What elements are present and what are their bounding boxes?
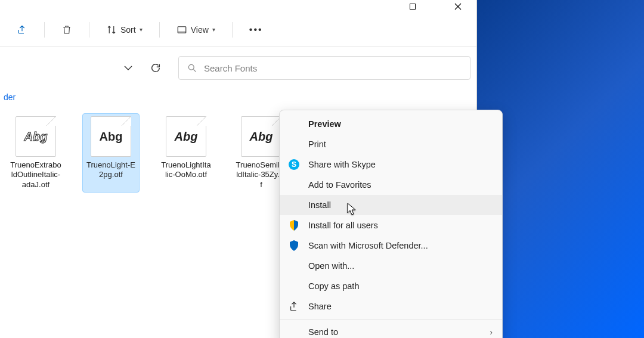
title-bar [0, 0, 476, 13]
sort-label: Sort [120, 25, 136, 35]
file-name: TruenoExtraboldOutlineItalic-adaJ.otf [10, 160, 61, 190]
ctx-label: Print [308, 139, 326, 149]
ctx-print[interactable]: Print [280, 134, 502, 154]
ctx-label: Copy as path [308, 281, 359, 291]
file-item[interactable]: Abg TruenoLightItalic-OoMo.otf [157, 113, 215, 193]
view-label: View [191, 25, 209, 35]
ctx-scan-defender[interactable]: Scan with Microsoft Defender... [280, 235, 502, 256]
ctx-open-with[interactable]: Open with... [280, 256, 502, 276]
font-thumbnail-icon: Abg [16, 116, 56, 157]
ctx-share-skype[interactable]: S Share with Skype [280, 154, 502, 175]
address-row: Search Fonts [0, 46, 476, 89]
ctx-share[interactable]: Share [280, 296, 502, 317]
svg-point-2 [188, 64, 194, 70]
sort-button[interactable]: Sort ▾ [100, 21, 148, 39]
share-icon [288, 300, 300, 312]
ctx-send-to[interactable]: Send to › [280, 319, 502, 338]
font-thumbnail-icon: Abg [241, 116, 281, 157]
file-item[interactable]: Abg TruenoExtraboldOutlineItalic-adaJ.ot… [7, 113, 64, 193]
skype-icon: S [288, 159, 300, 170]
ctx-label: Share [308, 302, 332, 311]
context-menu: Preview Print S Share with Skype Add to … [279, 110, 503, 338]
breadcrumb-segment[interactable]: der [4, 92, 16, 102]
shield-uac-icon [288, 219, 300, 231]
ctx-label: Open with... [308, 261, 354, 271]
mouse-cursor-icon [347, 203, 359, 218]
ctx-add-favorites[interactable]: Add to Favorites [280, 175, 502, 195]
close-button[interactable] [444, 0, 472, 13]
ctx-label: Share with Skype [308, 160, 376, 169]
chevron-right-icon: › [490, 327, 493, 337]
refresh-button[interactable] [147, 60, 164, 76]
file-name: TruenoLight-E2pg.otf [85, 160, 137, 180]
search-input[interactable]: Search Fonts [178, 56, 470, 80]
maximize-button[interactable] [399, 0, 426, 13]
more-button[interactable]: ••• [243, 21, 269, 39]
search-placeholder: Search Fonts [204, 63, 257, 73]
separator [89, 22, 89, 38]
file-name: TruenoLightItalic-OoMo.otf [160, 160, 212, 180]
ctx-label: Preview [308, 119, 341, 129]
history-dropdown-button[interactable] [120, 60, 137, 76]
share-button[interactable] [11, 21, 33, 39]
chevron-down-icon: ▾ [212, 26, 215, 33]
file-item[interactable]: Abg TruenoLight-E2pg.otf [82, 113, 140, 193]
command-bar: Sort ▾ View ▾ ••• [0, 13, 476, 46]
view-button[interactable]: View ▾ [171, 21, 221, 39]
breadcrumb: der [0, 89, 476, 107]
search-icon [187, 63, 197, 73]
ctx-preview[interactable]: Preview [280, 114, 502, 134]
separator [44, 22, 45, 38]
ctx-label: Add to Favorites [308, 180, 371, 190]
ctx-copy-as-path[interactable]: Copy as path [280, 276, 502, 296]
ctx-label: Install for all users [308, 221, 378, 230]
font-thumbnail-icon: Abg [166, 116, 206, 157]
defender-shield-icon [288, 240, 300, 252]
delete-button[interactable] [55, 21, 78, 39]
font-thumbnail-icon: Abg [91, 116, 131, 157]
ctx-install-all-users[interactable]: Install for all users [280, 215, 502, 235]
separator [159, 22, 160, 38]
separator [232, 22, 233, 38]
ctx-install[interactable]: Install [280, 195, 502, 215]
ctx-label: Scan with Microsoft Defender... [308, 241, 428, 250]
ctx-label: Send to [308, 327, 338, 337]
ctx-label: Install [308, 200, 331, 210]
chevron-down-icon: ▾ [140, 26, 143, 33]
